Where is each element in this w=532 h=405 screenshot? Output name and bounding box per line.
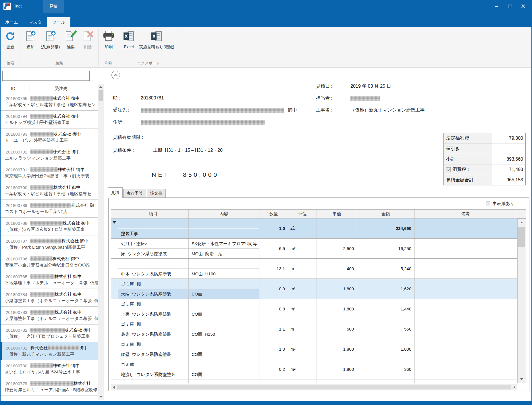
list-header-id[interactable]: ID bbox=[11, 86, 15, 91]
list-item[interactable]: 201800793株式会社 御中トーユービル 外壁等塗替え工事 bbox=[0, 128, 98, 146]
grid-quantity-cell[interactable]: 6.5 bbox=[259, 239, 288, 258]
list-item[interactable]: 201800779株式会社鎌倉河岸ビルリニューアル計画A・B階段室改修工 bbox=[0, 378, 98, 396]
list-item[interactable]: 201800785株式会社 御中下地処理工事（ホテルニューオータニ幕張 低層 bbox=[0, 271, 98, 289]
grid-amount-cell[interactable]: 224,690 bbox=[357, 218, 415, 238]
summary-value-cell[interactable]: 965,153 bbox=[492, 175, 525, 185]
grid-vscroll-thumb[interactable] bbox=[518, 227, 525, 247]
grid-description-cell[interactable]: CO面 bbox=[189, 339, 259, 359]
document-tab-estimate[interactable]: 見積 bbox=[43, 0, 64, 13]
grid-item-cell[interactable]: ゴミ庫 bbox=[118, 379, 189, 383]
grid-remarks-cell[interactable] bbox=[415, 299, 517, 319]
grid-row[interactable]: ゴミ庫 棚腰壁 ウレタン系防塵塗装CO面1.0m²1,8001,800 bbox=[111, 339, 517, 359]
grid-row[interactable]: 巾木 ウレタン系防塵塗装MO面 H10013.1m4005,240 bbox=[111, 259, 517, 279]
list-scrollbar-thumb[interactable] bbox=[99, 90, 103, 101]
list-item[interactable]: 201800789株式会社 御コストコホールセール千葉NT店 bbox=[0, 200, 98, 218]
grid-amount-cell[interactable]: 1,800 bbox=[357, 339, 415, 359]
grid-expand-cell[interactable] bbox=[111, 319, 118, 339]
grid-unit-price-cell[interactable]: 2,500 bbox=[317, 239, 357, 258]
panel-splitter[interactable] bbox=[106, 70, 106, 400]
list-item[interactable]: 201800786株式会社 御中警視庁小金井警察署国分寺駅北口交番(30)改 bbox=[0, 253, 98, 271]
scroll-up-button[interactable] bbox=[98, 84, 104, 90]
grid-expand-cell[interactable] bbox=[111, 239, 118, 258]
grid-item-cell[interactable]: 巾木 ウレタン系防塵塗装 bbox=[118, 259, 189, 279]
grid-row[interactable]: ゴミ庫 bbox=[111, 379, 517, 383]
grid-item-cell[interactable]: ゴミ庫 棚鼻先 ウレタン系防塵塗装 bbox=[118, 319, 189, 339]
list-item[interactable]: 201800788株式会社 御中（仮称）渋谷区道玄坂2丁目計画新築工事 bbox=[0, 218, 98, 235]
summary-value-cell[interactable]: 71,493 bbox=[492, 164, 525, 174]
grid-quantity-cell[interactable] bbox=[259, 379, 288, 383]
grid-quantity-cell[interactable]: 1.0 bbox=[259, 339, 288, 359]
grid-header-description[interactable]: 内容 bbox=[189, 210, 259, 218]
grid-unit-price-cell[interactable]: 400 bbox=[317, 259, 357, 279]
list-scrollbar[interactable] bbox=[98, 84, 104, 400]
grid-remarks-cell[interactable] bbox=[415, 259, 517, 279]
add-button[interactable]: 追加 bbox=[22, 28, 39, 50]
grid-item-cell[interactable]: ゴミ庫 棚腰壁 ウレタン系防塵塗装 bbox=[118, 339, 189, 359]
grid-description-cell[interactable]: CO面 bbox=[189, 299, 259, 319]
grid-remarks-cell[interactable] bbox=[415, 339, 517, 359]
grid-expand-cell[interactable] bbox=[111, 359, 118, 379]
grid-header-item[interactable]: 項目 bbox=[118, 210, 189, 218]
grid-quantity-cell[interactable]: 13.1 bbox=[259, 259, 288, 279]
grid-description-cell[interactable]: CO面 H150 bbox=[189, 319, 259, 339]
list-item[interactable]: 201800782株式会社 御中（仮称）一之江7丁目プロジェクト新築工事 bbox=[0, 325, 98, 342]
grid-expand-cell[interactable] bbox=[111, 379, 118, 383]
list-item[interactable]: 201800794株式会社 御中ヒルトップ横浜山手外壁補修工事 bbox=[0, 111, 98, 128]
delete-button[interactable]: 削除 bbox=[79, 28, 97, 50]
grid-item-cell[interactable]: ゴミ庫地流し ウレタン系防塵塗装 bbox=[118, 359, 189, 379]
grid-amount-cell[interactable]: 16,250 bbox=[357, 239, 415, 258]
grid-description-cell[interactable]: MO面 H100 bbox=[189, 259, 259, 279]
grid-scroll-down-button[interactable] bbox=[518, 375, 526, 383]
grid-remarks-cell[interactable] bbox=[415, 239, 517, 258]
grid-unit-price-cell[interactable]: 500 bbox=[317, 319, 357, 339]
list-item[interactable]: 201800783株式会社 御中大梁部塗装工事（ホテルニューオータニ幕張 低 bbox=[0, 307, 98, 325]
grid-amount-cell[interactable]: 360 bbox=[357, 359, 415, 379]
grid-quantity-cell[interactable]: 1.0 bbox=[259, 218, 288, 238]
grid-description-cell[interactable]: SK化研：水性アーキフロアU同等MO面 防滑工法 bbox=[189, 239, 259, 258]
refresh-button[interactable]: 更新 bbox=[2, 28, 18, 50]
grid-unit-price-cell[interactable]: 1,800 bbox=[317, 299, 357, 319]
grid-item-cell[interactable]: <共用・塗床>床 ウレタン系防塵塗装 bbox=[118, 239, 189, 258]
grid-remarks-cell[interactable] bbox=[415, 359, 517, 379]
grid-remarks-cell[interactable] bbox=[415, 379, 517, 383]
list-item[interactable]: 201800795株式会社 御中千葉駅改良・駅ビル建替工事他（地区指導セン bbox=[0, 93, 98, 111]
grid-unit-price-cell[interactable]: 1,800 bbox=[317, 279, 357, 299]
grid-header-unit-price[interactable]: 単価 bbox=[317, 210, 357, 218]
tab-estimate[interactable]: 見積 bbox=[108, 187, 123, 198]
grid-unit-cell[interactable] bbox=[288, 379, 317, 383]
grid-remarks-cell[interactable] bbox=[415, 279, 517, 299]
grid-scroll-left-button[interactable] bbox=[111, 384, 117, 390]
grid-header-amount[interactable]: 金額 bbox=[357, 210, 415, 218]
grid-hscroll-thumb[interactable] bbox=[117, 385, 511, 389]
collapse-header-button[interactable] bbox=[111, 71, 120, 79]
grid-row[interactable]: <共用・塗床>床 ウレタン系防塵塗装SK化研：水性アーキフロアU同等MO面 防滑… bbox=[111, 239, 517, 259]
grid-amount-cell[interactable] bbox=[357, 379, 415, 383]
tab-home[interactable]: ホーム bbox=[0, 17, 24, 27]
grid-row[interactable]: ゴミ庫地流し ウレタン系防塵塗装CO面0.2m²1,800360 bbox=[111, 359, 517, 379]
collapse-group-icon[interactable] bbox=[113, 221, 116, 224]
print-button[interactable]: 印刷 bbox=[100, 28, 117, 50]
grid-row[interactable]: ゴミ庫 棚鼻先 ウレタン系防塵塗装CO面 H1501.1m500550 bbox=[111, 319, 517, 339]
grid-unit-cell[interactable]: m² bbox=[288, 279, 317, 299]
grid-amount-cell[interactable]: 1,440 bbox=[357, 299, 415, 319]
grid-description-cell[interactable]: CO面 bbox=[189, 359, 259, 379]
grid-row[interactable]: ゴミ庫 棚天端 ウレタン系防塵塗装CO面0.9m²1,8001,620 bbox=[111, 279, 517, 299]
grid-row[interactable]: 塗装工事1.0式224,690 bbox=[111, 218, 517, 239]
grid-vertical-scrollbar[interactable] bbox=[517, 218, 526, 383]
list-item[interactable]: 201800791株式会社 御中東京理科大学野田新7号建替工事（耐火塗装 bbox=[0, 164, 98, 182]
list-item[interactable]: 201800781株式会社御中（仮称）新丸子マンション新築工事 bbox=[0, 342, 98, 360]
grid-unit-cell[interactable]: m bbox=[288, 259, 317, 279]
grid-header-unit[interactable]: 単位 bbox=[288, 210, 317, 218]
excel-export-button[interactable]: X Excel bbox=[121, 28, 137, 49]
grid-unit-cell[interactable]: m² bbox=[288, 339, 317, 359]
tab-tools[interactable]: ツール bbox=[47, 17, 71, 27]
maximize-button[interactable] bbox=[503, 0, 516, 13]
grid-unit-price-cell[interactable]: 1,800 bbox=[317, 339, 357, 359]
grid-unit-cell[interactable]: m² bbox=[288, 299, 317, 319]
list-item[interactable]: 201800790株式会社 御中千葉駅改良・駅ビル建替工事他（地区指導セ bbox=[0, 182, 98, 200]
grid-remarks-cell[interactable] bbox=[415, 218, 517, 238]
middle-cover-checkbox[interactable] bbox=[486, 201, 490, 206]
grid-horizontal-scrollbar[interactable] bbox=[111, 384, 517, 390]
grid-quantity-cell[interactable]: 0.2 bbox=[259, 359, 288, 379]
grid-description-cell[interactable] bbox=[189, 218, 259, 238]
